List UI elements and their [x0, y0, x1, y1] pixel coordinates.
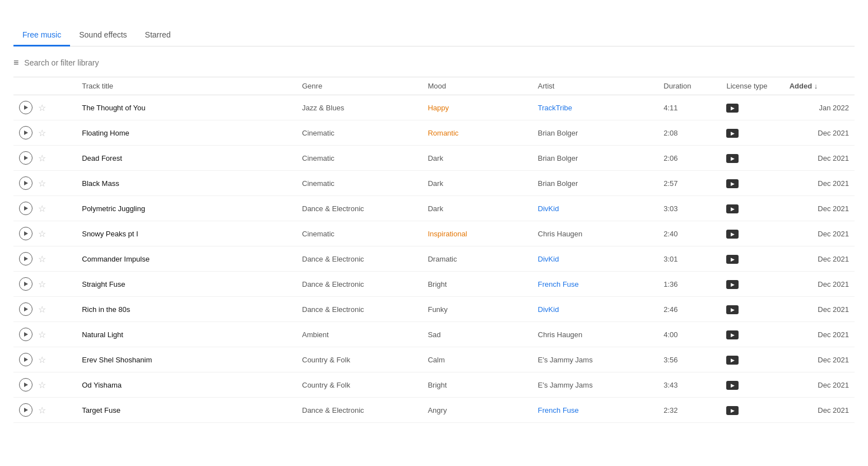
track-title: Target Fuse: [76, 398, 296, 423]
star-button[interactable]: ☆: [36, 178, 48, 189]
play-button[interactable]: [19, 378, 33, 392]
track-added: Jan 2022: [784, 95, 855, 120]
star-button[interactable]: ☆: [36, 355, 48, 365]
track-artist: TrackTribe: [532, 95, 658, 120]
play-button[interactable]: [19, 151, 33, 165]
track-duration: 2:32: [658, 398, 721, 423]
track-license: ▶: [721, 95, 783, 120]
svg-marker-11: [24, 383, 28, 387]
star-button[interactable]: ☆: [36, 279, 48, 290]
youtube-icon: ▶: [726, 204, 739, 213]
youtube-icon: ▶: [726, 104, 739, 113]
svg-marker-2: [24, 156, 28, 160]
track-duration: 2:08: [658, 120, 721, 146]
svg-marker-9: [24, 332, 28, 337]
table-row: ☆ Polymetric Juggling Dance & Electronic…: [13, 196, 855, 221]
tab-free-music[interactable]: Free music: [13, 25, 70, 46]
star-button[interactable]: ☆: [36, 153, 48, 164]
star-button[interactable]: ☆: [36, 304, 48, 315]
play-button[interactable]: [19, 101, 33, 114]
star-button[interactable]: ☆: [36, 203, 48, 214]
svg-marker-5: [24, 231, 28, 236]
track-artist: Brian Bolger: [532, 146, 658, 171]
star-button[interactable]: ☆: [36, 102, 48, 113]
play-button[interactable]: [19, 302, 33, 316]
table-row: ☆ Straight Fuse Dance & Electronic Brigh…: [13, 272, 855, 297]
track-mood: Calm: [422, 347, 532, 372]
track-added: Dec 2021: [784, 120, 855, 146]
search-row: ≡: [13, 53, 855, 77]
track-duration: 1:36: [658, 272, 721, 297]
table-row: ☆ Rich in the 80s Dance & Electronic Fun…: [13, 297, 855, 322]
play-button[interactable]: [19, 126, 33, 139]
table-row: ☆ Natural Light Ambient Sad Chris Haugen…: [13, 322, 855, 347]
track-duration: 2:40: [658, 221, 721, 246]
search-input[interactable]: [24, 58, 192, 67]
table-row: ☆ Target Fuse Dance & Electronic Angry F…: [13, 398, 855, 423]
row-controls: ☆: [13, 95, 76, 120]
table-row: ☆ Black Mass Cinematic Dark Brian Bolger…: [13, 171, 855, 196]
track-title: Natural Light: [76, 322, 296, 347]
track-mood: Dramatic: [422, 246, 532, 272]
row-controls: ☆: [13, 297, 76, 322]
track-genre: Cinematic: [296, 171, 422, 196]
star-button[interactable]: ☆: [36, 380, 48, 390]
row-controls: ☆: [13, 372, 76, 398]
star-button[interactable]: ☆: [36, 128, 48, 138]
track-added: Dec 2021: [784, 171, 855, 196]
youtube-icon: ▶: [726, 280, 739, 289]
col-header-genre: Genre: [296, 77, 422, 95]
track-genre: Jazz & Blues: [296, 95, 422, 120]
track-added: Dec 2021: [784, 221, 855, 246]
play-button[interactable]: [19, 176, 33, 190]
play-button[interactable]: [19, 202, 33, 215]
col-header-mood: Mood: [422, 77, 532, 95]
track-duration: 4:00: [658, 322, 721, 347]
row-controls: ☆: [13, 398, 76, 423]
track-title: Od Yishama: [76, 372, 296, 398]
table-header-row: Track title Genre Mood Artist Duration L…: [13, 77, 855, 95]
table-row: ☆ The Thought of You Jazz & Blues Happy …: [13, 95, 855, 120]
star-button[interactable]: ☆: [36, 229, 48, 239]
play-button[interactable]: [19, 403, 33, 417]
youtube-icon: ▶: [726, 129, 739, 138]
col-header-artist: Artist: [532, 77, 658, 95]
row-controls: ☆: [13, 120, 76, 146]
track-artist: Brian Bolger: [532, 171, 658, 196]
play-button[interactable]: [19, 328, 33, 341]
youtube-icon: ▶: [726, 381, 739, 390]
track-mood: Happy: [422, 95, 532, 120]
svg-marker-0: [24, 105, 28, 110]
audio-library-page: Free music Sound effects Starred ≡ Track…: [0, 0, 868, 434]
track-artist: Chris Haugen: [532, 322, 658, 347]
track-genre: Cinematic: [296, 221, 422, 246]
track-artist: E's Jammy Jams: [532, 372, 658, 398]
star-button[interactable]: ☆: [36, 329, 48, 340]
tab-sound-effects[interactable]: Sound effects: [70, 25, 136, 46]
col-header-duration: Duration: [658, 77, 721, 95]
star-button[interactable]: ☆: [36, 254, 48, 264]
table-row: ☆ Erev Shel Shoshanim Country & Folk Cal…: [13, 347, 855, 372]
play-button[interactable]: [19, 252, 33, 265]
play-button[interactable]: [19, 277, 33, 291]
star-button[interactable]: ☆: [36, 405, 48, 416]
track-added: Dec 2021: [784, 297, 855, 322]
track-added: Dec 2021: [784, 272, 855, 297]
track-license: ▶: [721, 246, 783, 272]
track-title: Straight Fuse: [76, 272, 296, 297]
table-row: ☆ Commander Impulse Dance & Electronic D…: [13, 246, 855, 272]
track-license: ▶: [721, 347, 783, 372]
track-duration: 2:46: [658, 297, 721, 322]
track-added: Dec 2021: [784, 246, 855, 272]
tab-starred[interactable]: Starred: [136, 25, 180, 46]
youtube-icon: ▶: [726, 179, 739, 188]
track-title: The Thought of You: [76, 95, 296, 120]
play-button[interactable]: [19, 353, 33, 366]
track-title: Commander Impulse: [76, 246, 296, 272]
play-button[interactable]: [19, 227, 33, 240]
row-controls: ☆: [13, 272, 76, 297]
svg-marker-8: [24, 307, 28, 311]
youtube-icon: ▶: [726, 154, 739, 163]
svg-marker-12: [24, 408, 28, 412]
svg-marker-4: [24, 206, 28, 211]
